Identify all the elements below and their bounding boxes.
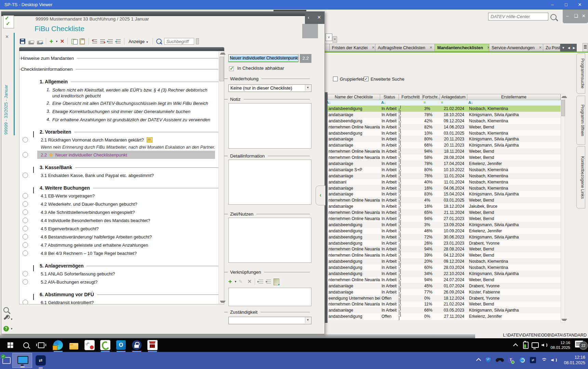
checklist-group-header[interactable]: 1. Allgemein — [19, 78, 224, 85]
table-row[interactable]: nternehmen Online Neuanla...In Arbeit4%0… — [328, 197, 561, 203]
table-row[interactable]: andatsbeendigungIn Arbeit42%09.12.2024No… — [328, 118, 561, 124]
task-radio[interactable] — [23, 173, 28, 178]
table-row[interactable]: andatsanlageIn Arbeit76%11.01.2024Nosbac… — [328, 173, 561, 179]
teams-tray-icon[interactable]: T — [507, 357, 514, 363]
table-row[interactable]: andatsanlageIn Arbeit78%18.10.2024Königs… — [328, 112, 561, 118]
column-header-5[interactable]: Anlagedatum — [440, 94, 467, 100]
table-row[interactable]: andatsanlage S+PIn Arbeit80%10.10.2022No… — [328, 167, 561, 173]
item-name-field[interactable]: Neuer individueller Checklistenpunkt — [228, 54, 298, 62]
host-maximize-button[interactable]: □ — [559, 0, 573, 10]
note-icon[interactable] — [147, 137, 152, 142]
table-row[interactable]: andatsanlageIn Arbeit83%15.04.2024Königs… — [328, 191, 561, 197]
add-item-icon[interactable]: + — [49, 38, 54, 45]
task-radio[interactable] — [23, 271, 28, 276]
host-clock[interactable]: 12:1608.01.2025 — [564, 355, 585, 366]
host-tray-expand-button[interactable] — [475, 357, 482, 362]
session-ok-icon[interactable] — [2, 357, 11, 364]
host-close-button[interactable]: ✕ — [573, 0, 587, 10]
checklist-task-item[interactable]: 2.2★Neuer individueller Checklistenpunkt — [19, 151, 224, 159]
table-row[interactable]: andatsbeendigungIn Arbeit3%13.09.2024Kön… — [328, 222, 561, 228]
anzeige-menu-button[interactable]: Anzeige ▼ — [127, 38, 150, 45]
tab-auftragsfreie-checklisten[interactable]: Auftragsfreie Checklisten✕ — [375, 44, 435, 52]
close-icon[interactable]: ✕ — [317, 15, 321, 20]
volume-tray-icon[interactable] — [540, 338, 548, 352]
table-row[interactable]: eendigung Unternehmen bei...Offen0%18.12… — [328, 295, 561, 301]
table-row[interactable]: andatsbeendigungIn Arbeit20%09.12.2024No… — [328, 258, 561, 264]
print-export-icon[interactable] — [37, 41, 42, 44]
table-row[interactable]: andatsanlageIn Arbeit16%18.12.2024Jakube… — [328, 203, 561, 209]
fibu-window-top-edge[interactable] — [1, 12, 324, 16]
taskbar-app-outlook-icon[interactable] — [113, 338, 129, 352]
teamviewer-tray-icon[interactable] — [529, 357, 537, 363]
toolbar-grip[interactable] — [196, 38, 199, 44]
column-header-4[interactable]: Fortschr... — [423, 94, 440, 100]
taskbar-app-datev-green-app-icon[interactable] — [98, 338, 113, 352]
tab-scroll-icon[interactable]: ◀ — [568, 46, 570, 50]
erweiterte-suche-checkbox[interactable]: ✓ — [364, 77, 369, 81]
chevron-down-icon[interactable]: ▼ — [305, 85, 310, 91]
table-row[interactable]: andatsbeendigungIn Arbeit3%21.02.2024Nos… — [328, 106, 561, 112]
table-row[interactable]: nternehmen Online Neuanla...In Arbeit39%… — [328, 252, 561, 258]
notification-count-badge[interactable]: 22 — [579, 341, 588, 350]
tab-fristen-der-kanzlei[interactable]: Fristen der Kanzlei✕ — [330, 44, 375, 52]
checklist-task-item[interactable]: 4.6 Bestandsveränderung/ halbfertige Arb… — [19, 233, 224, 241]
help-icon[interactable]: ? — [3, 326, 9, 331]
table-row[interactable]: andatsbeendigungIn Arbeit34%22.10.2024Kö… — [328, 271, 561, 277]
table-row[interactable]: andatsanlageIn Arbeit66%03.05.2023Königs… — [328, 307, 561, 313]
detailinformation-textarea[interactable] — [228, 160, 311, 205]
table-row[interactable]: andatsanlageIn Arbeit80%20.11.2023Königs… — [328, 136, 561, 142]
close-tab-icon[interactable]: ✕ — [483, 45, 489, 50]
scroll-up-icon[interactable] — [561, 96, 567, 98]
filter-cell[interactable]: A↓ — [380, 100, 399, 106]
move-up-icon[interactable]: ◂ — [92, 39, 97, 43]
table-row[interactable]: andatsbeendigungIn Arbeit60%28.03.2024No… — [328, 264, 561, 271]
clipped-tab-stub[interactable]: ✕ — [324, 44, 330, 52]
column-header-3[interactable]: Fortschritt — [399, 94, 423, 100]
task-view-button[interactable] — [35, 338, 47, 352]
battery-tray-icon[interactable] — [522, 338, 530, 352]
ziel-nutzen-textarea[interactable] — [228, 218, 311, 263]
minimize-icon[interactable]: – — [566, 14, 569, 18]
volume-tray-icon[interactable] — [550, 358, 558, 363]
checklist-task-item[interactable]: 5.1 ANLAG Soforterfassung gebucht? — [19, 270, 224, 278]
task-radio[interactable] — [23, 279, 28, 285]
table-row[interactable]: andatsanlageIn Arbeit77%26.09.2024Küster… — [328, 289, 561, 295]
checklist-group-header[interactable]: 2. Vorarbeiten — [19, 128, 224, 136]
delete-item-icon[interactable]: ✕ — [60, 38, 65, 45]
link-up-icon[interactable]: ▸ — [258, 279, 263, 284]
close-tab-icon[interactable]: ✕ — [368, 45, 375, 50]
task-radio[interactable] — [23, 234, 28, 240]
table-row[interactable]: nternehmen Online Neuanla...In Arbeit65%… — [328, 209, 561, 216]
wifi-tray-icon[interactable] — [540, 358, 548, 362]
scrollbar-thumb[interactable] — [219, 57, 224, 81]
chevron-down-icon[interactable]: ▼ — [10, 327, 13, 330]
back-icon[interactable]: ‹ — [308, 14, 309, 20]
task-radio[interactable] — [23, 209, 28, 215]
checklist-task-item[interactable]: 4.3 Alle Schnittstellenverbindungen eing… — [19, 208, 224, 216]
selected-task-highlight[interactable]: 2.2★Neuer individueller Checklistenpunkt — [37, 151, 215, 159]
table-row[interactable]: andatsbeendigungIn Arbeit46%10.09.2024Er… — [328, 228, 561, 234]
tab-scroll-icon[interactable]: ▶ — [573, 46, 575, 50]
tab-scroll-icon[interactable]: ▼ — [562, 46, 565, 50]
checklist-group-header[interactable]: 6. Abstimmung vor DFÜ — [19, 291, 224, 298]
checklist-task-item[interactable]: 6.1 Geldtransit kontrolliert? — [19, 298, 224, 304]
task-radio[interactable] — [23, 250, 28, 256]
close-icon[interactable]: ✕ — [582, 14, 586, 18]
security-shield-tray-icon[interactable] — [485, 357, 492, 363]
sidebar-tab-mandant[interactable]: 99999 - 33/2025 - Januar — [3, 36, 9, 135]
restore-icon[interactable]: ❏ — [574, 14, 578, 18]
abhakbar-checkbox[interactable] — [229, 66, 234, 71]
task-radio[interactable] — [23, 193, 28, 199]
demote-icon[interactable]: ▸ — [108, 39, 113, 43]
promote-icon[interactable]: ◂ — [116, 39, 121, 43]
search-icon[interactable] — [156, 39, 162, 44]
taskbar-search-button[interactable] — [20, 338, 32, 352]
taskbar-app-edge-icon[interactable] — [51, 338, 66, 352]
taskbar-app-password-lock-icon[interactable] — [129, 338, 144, 352]
side-tab-kontextbezogene-links[interactable]: Kontextbezogene Links — [576, 146, 585, 208]
checklist-task-item[interactable]: 4.7 Abstimmung geleistete und erhaltene … — [19, 241, 224, 249]
toolbar-combo-stub[interactable]: ∨ — [325, 33, 332, 41]
chevron-down-icon[interactable]: ▼ — [10, 318, 13, 321]
copy-icon[interactable] — [71, 39, 76, 44]
side-tab-programm-ffnen[interactable]: Programm öffnen — [576, 96, 585, 145]
